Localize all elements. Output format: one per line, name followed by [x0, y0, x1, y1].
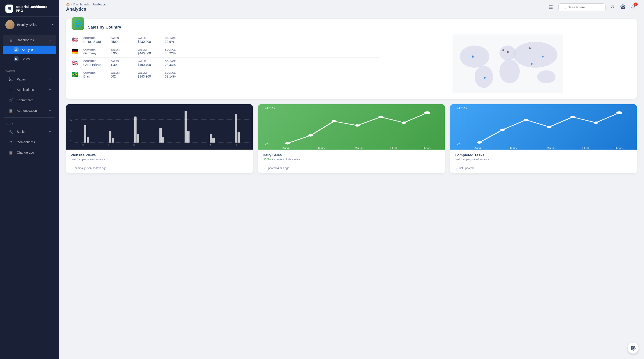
country-flag: 🇬🇧	[72, 60, 79, 66]
svg-point-2	[612, 5, 613, 7]
country-label: Country:	[83, 71, 106, 74]
sidebar-logo-text: Material Dashboard PRO	[16, 5, 54, 13]
completed-tasks-card: 400 0 Apr Jun	[450, 104, 637, 173]
svg-point-10	[537, 70, 556, 83]
user-menu[interactable]: Brooklyn Alice ▾	[0, 17, 59, 33]
bar	[134, 117, 136, 143]
svg-point-0	[563, 6, 565, 9]
country-col: Country: Brasil	[83, 71, 106, 78]
value-col: Value: $143,960	[138, 71, 160, 78]
bar	[112, 138, 114, 143]
sidebar-item-ecommerce[interactable]: 🛒 Ecommerce ▾	[3, 95, 56, 105]
pages-icon: 🖼	[8, 77, 14, 82]
search-box[interactable]	[558, 4, 606, 11]
pages-section-label: PAGES	[0, 67, 59, 74]
notification-button[interactable]: 9	[630, 4, 637, 11]
sidebar-item-analytics[interactable]: A Analytics	[3, 46, 56, 54]
home-icon: 🏠	[66, 3, 70, 6]
sidebar-item-changelog[interactable]: 📋 Change Log	[3, 148, 56, 158]
search-input[interactable]	[568, 6, 602, 9]
settings-icon-button[interactable]	[620, 4, 626, 11]
card-title: Sales by Country	[88, 25, 121, 30]
svg-text:Oct: Oct	[389, 147, 398, 150]
ecommerce-chevron-icon: ▾	[49, 99, 51, 102]
sales-label: Sales	[22, 57, 30, 61]
ecommerce-label: Ecommerce	[17, 98, 46, 102]
breadcrumb: 🏠 / Dashboards / Analytics	[66, 3, 544, 6]
daily-sales-subtitle: (+15%) increase in today sales.	[263, 158, 440, 161]
value-label: Value:	[138, 48, 160, 51]
bar-group	[150, 108, 174, 143]
country-flag: 🇧🇷	[72, 71, 79, 78]
basic-chevron-icon: ▾	[49, 130, 51, 133]
svg-point-40	[570, 116, 575, 118]
svg-point-22	[308, 134, 313, 137]
pages-label: Pages	[17, 78, 46, 81]
sidebar-item-pages[interactable]: 🖼 Pages ▾	[3, 74, 56, 84]
bar-chart-bars	[75, 108, 249, 143]
x-label: S	[236, 143, 237, 146]
sidebar-logo[interactable]: ⊞ Material Dashboard PRO	[0, 0, 59, 17]
sales-card-inner: 🇺🇸 Country: United State Sales: 2500 Val…	[72, 35, 631, 93]
website-views-chart: 60 40 20 0 M T W	[66, 104, 253, 150]
sidebar-item-authentication[interactable]: 📋 Authentication ▾	[3, 106, 56, 116]
changelog-icon: 📋	[8, 150, 14, 155]
svg-text:Aug: Aug	[546, 147, 556, 150]
sidebar-item-basic[interactable]: 🔧 Basic ▾	[3, 127, 56, 137]
bar	[187, 131, 190, 143]
completed-tasks-footer-text: just updated	[459, 167, 474, 170]
country-col: Country: Germany	[83, 48, 106, 55]
card-icon: 🌐	[72, 17, 84, 30]
svg-point-5	[460, 46, 489, 68]
bounce-col: Bounce: 29.9%	[165, 37, 188, 44]
changelog-label: Change Log	[17, 151, 51, 154]
daily-sales-footer: updated 4 min ago	[263, 164, 440, 170]
profile-icon-button[interactable]	[609, 4, 616, 11]
logo-icon: ⊞	[6, 5, 13, 13]
sales-label: Sales:	[110, 37, 133, 40]
value-col: Value: $190,700	[138, 60, 160, 67]
menu-icon-button[interactable]: ☰	[547, 4, 555, 11]
pages-chevron-icon: ▾	[49, 78, 51, 81]
bar	[235, 114, 237, 143]
svg-text:Jun: Jun	[508, 147, 517, 150]
country-flag: 🇩🇪	[72, 48, 79, 55]
sidebar-item-components[interactable]: ⚙ /components ▾	[3, 137, 56, 147]
applications-icon: ⊞	[8, 87, 14, 93]
breadcrumb-sep-2: /	[90, 3, 92, 6]
dashboards-chevron-icon: ▴	[49, 39, 51, 42]
daily-sales-chart: 400 0 Apr Jun	[258, 104, 445, 150]
breadcrumb-dashboards[interactable]: Dashboards	[73, 3, 89, 6]
search-icon	[562, 6, 566, 9]
bounce-label: Bounce:	[165, 71, 188, 74]
bounce-label: Bounce:	[165, 48, 188, 51]
svg-text:0: 0	[265, 143, 268, 146]
sales-row: 🇩🇪 Country: Germany Sales: 3.900 Value: …	[72, 46, 380, 58]
bar	[160, 128, 162, 143]
bar-x-labels: M T W T F S S	[70, 143, 249, 146]
components-chevron-icon: ▾	[49, 141, 51, 144]
divider-1	[4, 65, 55, 65]
sidebar-item-sales[interactable]: S Sales	[3, 55, 56, 63]
completed-tasks-line-chart: 400 0 Apr Jun	[450, 104, 637, 150]
sales-col: Sales: 3.900	[110, 48, 133, 55]
bounce-value: 32.14%	[165, 75, 188, 78]
daily-sales-highlight: +15%	[264, 158, 270, 161]
website-views-footer: campaign sent 2 days ago	[71, 164, 248, 170]
topbar-left: 🏠 / Dashboards / Analytics Analytics	[66, 3, 544, 12]
ecommerce-icon: 🛒	[8, 98, 14, 103]
sales-dot: S	[14, 57, 18, 62]
completed-tasks-chart: 400 0 Apr Jun	[450, 104, 637, 150]
components-icon: ⚙	[8, 139, 14, 145]
topbar: 🏠 / Dashboards / Analytics Analytics ☰	[59, 0, 644, 15]
authentication-icon: 📋	[8, 108, 14, 113]
x-label: T	[108, 143, 109, 146]
settings-fab-icon	[631, 346, 636, 350]
sidebar-item-applications[interactable]: ⊞ Applications ▾	[3, 85, 56, 95]
sales-by-country-card: 🌐 Sales by Country 🇺🇸 Country: United St…	[66, 19, 637, 99]
bar	[162, 137, 164, 143]
bounce-col: Bounce: 32.14%	[165, 71, 188, 78]
sidebar-item-dashboards[interactable]: ⊞ Dashboards ▴	[3, 35, 56, 45]
svg-text:Aug: Aug	[354, 147, 364, 150]
settings-fab-button[interactable]	[628, 343, 638, 353]
